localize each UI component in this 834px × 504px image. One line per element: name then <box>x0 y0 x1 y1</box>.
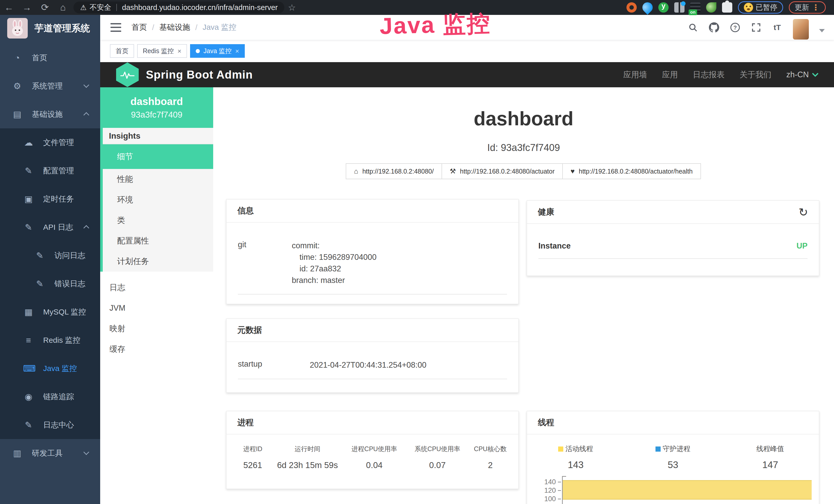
sidebar-item-file-management[interactable]: ☁ 文件管理 <box>0 129 100 157</box>
y-axis-cap <box>562 476 566 477</box>
extension-icon-grid[interactable] <box>674 2 684 13</box>
font-size-icon[interactable]: tT <box>772 22 783 33</box>
extension-icon-pin[interactable] <box>640 0 655 15</box>
log-icon: ✎ <box>35 279 45 289</box>
sidebar-item-label: 研发工具 <box>32 448 63 459</box>
address-bar[interactable]: ⚠ 不安全 dashboard.yudao.iocoder.cn/infra/a… <box>73 2 284 13</box>
process-header-cpus: CPU核心数 <box>469 445 512 453</box>
tab-home[interactable]: 首页 <box>110 44 134 58</box>
breadcrumb-home[interactable]: 首页 <box>132 22 147 32</box>
breadcrumb-infrastructure[interactable]: 基础设施 <box>159 22 190 32</box>
hamburger-icon[interactable] <box>110 23 121 32</box>
extension-icon-orange[interactable] <box>627 2 637 13</box>
url-text[interactable]: dashboard.yudao.iocoder.cn/infra/admin-s… <box>122 3 278 12</box>
service-url-button[interactable]: ⌂ http://192.168.0.2:48080/ <box>346 163 442 179</box>
stat-label: 线程峰值 <box>756 445 784 453</box>
health-url-button[interactable]: ♥ http://192.168.0.2:48080/actuator/heal… <box>562 163 701 179</box>
sidebar-item-system-management[interactable]: ⚙ 系统管理 <box>0 72 100 100</box>
status-badge: UP <box>796 241 808 251</box>
sba-menu-scheduled-tasks[interactable]: 计划任务 <box>100 251 213 272</box>
edit-icon: ✎ <box>23 166 34 176</box>
sba-menu-metrics[interactable]: 性能 <box>100 169 213 189</box>
health-row-instance[interactable]: Instance UP <box>539 235 808 259</box>
sba-content: dashboard Id: 93a3fc7f7409 ⌂ http://192.… <box>213 87 834 504</box>
sidebar-item-tracing[interactable]: ◉ 链路追踪 <box>0 383 100 411</box>
sba-instance-header[interactable]: dashboard 93a3fc7f7409 <box>100 87 213 128</box>
sba-menu-environment[interactable]: 环境 <box>100 189 213 210</box>
stat-label: 活动线程 <box>565 445 593 453</box>
sba-menu-classes[interactable]: 类 <box>100 210 213 231</box>
extension-icon-green-y[interactable] <box>658 2 668 13</box>
sidebar-item-label: 链路追踪 <box>43 392 74 402</box>
health-key: Instance <box>539 241 592 251</box>
sba-menu-config-props[interactable]: 配置属性 <box>100 231 213 251</box>
tab-java-monitor[interactable]: Java 监控 × <box>190 44 245 58</box>
stat-live-threads: 活动线程 143 <box>527 444 624 471</box>
stat-value: 143 <box>527 460 624 471</box>
browser-reload-icon[interactable]: ⟳ <box>36 2 54 13</box>
extensions-puzzle-icon[interactable] <box>722 2 732 13</box>
sba-nav-about[interactable]: 关于我们 <box>740 69 771 80</box>
sba-menu-mappings[interactable]: 映射 <box>100 318 213 339</box>
sidebar-item-label: 配置管理 <box>43 166 74 176</box>
sidebar-item-config-management[interactable]: ✎ 配置管理 <box>0 157 100 185</box>
avatar-caret-icon[interactable] <box>819 29 825 32</box>
actuator-url-button[interactable]: ⚒ http://192.168.0.2:48080/actuator <box>441 163 563 179</box>
browser-menu-dots-icon[interactable]: ⋮ <box>812 3 820 12</box>
extension-icon-leaf[interactable] <box>706 2 716 13</box>
eye-icon: ◉ <box>23 392 34 402</box>
process-value-cpus: 2 <box>469 460 512 470</box>
browser-back-icon[interactable]: ← <box>0 2 18 13</box>
sidebar-item-log-center[interactable]: ✎ 日志中心 <box>0 411 100 439</box>
sidebar-item-api-logs[interactable]: ✎ API 日志 <box>0 213 100 241</box>
sba-menu-logs[interactable]: 日志 <box>100 277 213 298</box>
wrench-icon: ⚒ <box>450 167 456 175</box>
info-key: git <box>238 240 292 286</box>
history-icon[interactable]: ↺ <box>798 206 808 219</box>
tick-mark <box>558 490 561 491</box>
security-label[interactable]: 不安全 <box>90 3 111 12</box>
sidebar-item-infrastructure[interactable]: ▤ 基础设施 <box>0 100 100 129</box>
user-avatar[interactable] <box>793 19 809 40</box>
sba-nav-applications[interactable]: 应用 <box>662 69 678 80</box>
health-url: http://192.168.0.2:48080/actuator/health <box>579 168 693 175</box>
sba-locale-select[interactable]: zh-CN <box>786 70 817 79</box>
sidebar-item-access-logs[interactable]: ✎ 访问日志 <box>0 241 100 270</box>
paused-badge[interactable]: 已暂停 <box>738 1 783 14</box>
github-icon[interactable] <box>709 22 720 33</box>
sidebar-item-label: Redis 监控 <box>43 335 81 346</box>
sba-brand[interactable]: Spring Boot Admin <box>116 62 253 87</box>
process-header-uptime: 运行时间 <box>272 445 343 453</box>
search-icon[interactable] <box>687 22 698 33</box>
breadcrumb-current: Java 监控 <box>203 22 237 32</box>
sidebar-item-home[interactable]: ◔ 首页 <box>0 44 100 72</box>
page-subtitle: Id: 93a3fc7f7409 <box>213 142 834 153</box>
sidebar-item-error-logs[interactable]: ✎ 错误日志 <box>0 270 100 298</box>
dashboard-icon: ◔ <box>12 53 23 63</box>
close-icon[interactable]: × <box>235 48 239 54</box>
help-icon[interactable]: ? <box>730 22 741 33</box>
extension-icon-list[interactable]: on <box>690 2 700 13</box>
update-button[interactable]: 更新 ⋮ <box>789 1 826 14</box>
tab-redis-monitor[interactable]: Redis 监控 × <box>137 44 187 58</box>
sidebar-item-dev-tools[interactable]: ▥ 研发工具 <box>0 439 100 467</box>
browser-home-icon[interactable]: ⌂ <box>54 2 72 13</box>
sidebar-item-scheduled-jobs[interactable]: ▣ 定时任务 <box>0 185 100 213</box>
close-icon[interactable]: × <box>177 48 181 54</box>
sba-menu-jvm[interactable]: JVM <box>100 298 213 318</box>
sidebar-item-mysql-monitor[interactable]: ▦ MySQL 监控 <box>0 298 100 326</box>
sba-menu-details[interactable]: 细节 <box>100 144 213 169</box>
sba-menu-caches[interactable]: 缓存 <box>100 339 213 360</box>
app-logo-row[interactable]: 芋道管理系统 <box>0 15 100 42</box>
bookmark-star-icon[interactable]: ☆ <box>288 2 295 13</box>
sidebar-item-java-monitor[interactable]: ⌨ Java 监控 <box>0 354 100 383</box>
security-warning-icon: ⚠ <box>80 3 87 12</box>
sidebar-item-redis-monitor[interactable]: ≡ Redis 监控 <box>0 326 100 354</box>
app-title: 芋道管理系统 <box>35 22 90 35</box>
browser-forward-icon[interactable]: → <box>18 2 36 13</box>
spring-boot-admin: Spring Boot Admin 应用墙 应用 日志报表 关于我们 zh-CN <box>100 62 834 504</box>
sba-nav-journal[interactable]: 日志报表 <box>693 69 725 80</box>
sba-nav-wallboard[interactable]: 应用墙 <box>623 69 647 80</box>
sba-nav-links: 应用墙 应用 日志报表 关于我们 zh-CN <box>623 69 817 80</box>
fullscreen-icon[interactable] <box>751 22 762 33</box>
